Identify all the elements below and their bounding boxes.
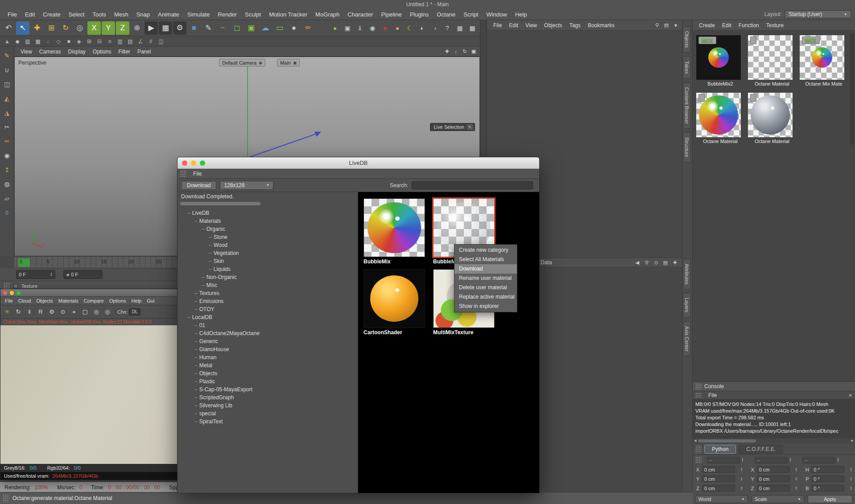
scale-field[interactable]: 0 cm (757, 475, 790, 482)
isoline-icon[interactable]: ▤ (126, 37, 135, 46)
tree-item[interactable]: Wood (178, 241, 358, 249)
tree-item[interactable]: Silverwing Lib (178, 402, 358, 410)
minimize-window-icon[interactable] (191, 160, 196, 166)
range-start-field[interactable]: ◀ 0 F (63, 270, 103, 279)
menu-item[interactable]: View (522, 22, 541, 29)
stepper[interactable]: ▲▼ (740, 486, 743, 491)
scale-mode-select[interactable]: Scale ▼ (752, 495, 804, 503)
vertex-snap-icon[interactable]: ⊟ (95, 37, 104, 46)
render-view-icon[interactable]: ▶ (145, 21, 158, 35)
pick-focus-icon[interactable]: ◎ (103, 307, 112, 317)
lock-icon[interactable]: ⊙ (653, 259, 660, 266)
material-tile[interactable]: Octane Material (748, 35, 796, 86)
octane-window-titlebar[interactable] (0, 289, 180, 296)
menu-item[interactable]: Snap (132, 11, 154, 18)
menu-item[interactable]: Create (695, 22, 719, 29)
viewport-rotate-icon[interactable]: ↻ (461, 48, 468, 55)
tree-item[interactable]: special (178, 410, 358, 418)
scale-field[interactable]: 0 cm (757, 485, 790, 492)
drag-grip[interactable] (4, 283, 10, 289)
scroll-left-icon[interactable]: ◀ (694, 439, 696, 443)
drag-grip[interactable] (695, 383, 702, 389)
z-axis-toggle[interactable]: Z (116, 21, 129, 35)
tree-item[interactable]: Materials (178, 217, 358, 225)
material-thumbnail[interactable]: MIX (800, 35, 844, 80)
night-mode-icon[interactable]: ☾ (404, 22, 416, 34)
menu-item[interactable]: Options (107, 298, 129, 303)
tree-item[interactable]: Generic (178, 337, 358, 345)
tree-item[interactable]: SpiralText (178, 418, 358, 426)
tree-item[interactable]: LocalDB (178, 313, 358, 321)
material-tile[interactable]: MIX Octane Mix Mate (800, 35, 848, 86)
sphere-dark-icon[interactable]: ◑ (429, 22, 441, 34)
scroll-right-icon[interactable]: ▶ (851, 439, 854, 443)
console-tab[interactable]: Python (704, 445, 736, 454)
menu-item[interactable]: Function (735, 22, 763, 29)
magnet-tool-icon[interactable]: ∪ (2, 65, 12, 75)
tree-scrollbar[interactable] (178, 201, 358, 206)
axis-lock-icon[interactable]: ≡ (105, 37, 114, 46)
x-ray-icon[interactable]: ▥ (116, 37, 124, 46)
octane-render-icon[interactable]: ■ (379, 22, 391, 34)
panel-tab[interactable]: Structure (683, 132, 691, 162)
menu-item[interactable]: Motion Tracker (265, 11, 311, 18)
tree-item[interactable]: OTOY (178, 305, 358, 313)
layout-select[interactable]: Startup (User) ▼ (785, 10, 851, 18)
viewport-dolly-icon[interactable]: ↕ (452, 48, 459, 55)
tree-item[interactable]: Non-Organic (178, 273, 358, 281)
stepper[interactable]: ▲▼ (795, 477, 797, 481)
render-settings-icon[interactable]: ⚙ (47, 307, 57, 317)
viewport-pan-icon[interactable]: ✚ (443, 48, 450, 55)
menu-item[interactable]: Simulate (183, 11, 214, 18)
stepper[interactable]: ▲▼ (850, 467, 852, 472)
livedb-file-menu[interactable]: File (189, 171, 206, 177)
brush-tool-icon[interactable]: ✏ (2, 136, 12, 147)
clay-mode-icon[interactable]: ▢ (80, 307, 90, 317)
menu-item[interactable]: Create (39, 11, 64, 18)
stepper[interactable]: ▲▼ (850, 477, 852, 481)
material-thumbnail[interactable] (748, 93, 793, 137)
search-icon[interactable]: ⚲ (643, 259, 650, 266)
filter-icon[interactable]: ▼ (672, 22, 679, 29)
menu-item[interactable]: Edit (21, 11, 39, 18)
console-scrollbar[interactable]: ◀ ▶ (693, 438, 855, 443)
model-mode-icon[interactable]: ◆ (13, 37, 22, 46)
texture-checkbox[interactable] (13, 284, 18, 288)
material-thumbnail[interactable] (748, 35, 793, 80)
texture-mode-icon[interactable]: ▨ (23, 37, 32, 46)
stamp-tool-icon[interactable]: ◉ (2, 150, 12, 161)
position-field[interactable]: 0 cm (702, 475, 735, 482)
tree-item[interactable]: Human (178, 353, 358, 361)
zoom-window-icon[interactable] (17, 291, 21, 295)
viewport-menu-item[interactable]: Display (64, 49, 89, 55)
edges-mode-icon[interactable]: ◇ (54, 37, 63, 46)
context-menu-item[interactable]: Rename user material (454, 274, 517, 283)
paint-brush-icon[interactable]: ✏ (302, 21, 315, 35)
stepper[interactable]: ▲▼ (740, 477, 743, 481)
live-selection-badge[interactable]: Live Selection ↖ (430, 123, 475, 131)
menu-item[interactable]: Window (482, 11, 511, 18)
tree-item[interactable]: Plastic (178, 377, 358, 385)
menu-item[interactable]: Objects (33, 298, 55, 303)
menu-item[interactable]: Select (64, 11, 88, 18)
octane-render-view[interactable] (0, 325, 180, 464)
rotation-field[interactable]: 0 ° (811, 466, 844, 473)
menu-item[interactable]: Plugins (406, 11, 433, 18)
menu-item[interactable]: Tools (89, 11, 110, 18)
scale-field[interactable]: 0 cm (757, 466, 790, 473)
menu-item[interactable]: Gui (144, 298, 157, 303)
symmetry-icon[interactable]: ◫ (157, 37, 165, 46)
material-thumbnail[interactable] (363, 198, 425, 257)
y-axis-toggle[interactable]: Y (102, 21, 115, 35)
context-menu-item[interactable]: Show in explorer (454, 302, 517, 311)
menu-item[interactable]: Compare (81, 298, 106, 303)
tree-item[interactable]: S-Cap-05-MayaExport (178, 385, 358, 393)
tree-item[interactable]: LiveDB (178, 209, 358, 217)
material-thumbnail[interactable]: MIX (696, 35, 741, 80)
octane-logo-icon[interactable]: ✳ (2, 307, 12, 317)
octane-live-viewer-icon[interactable]: ▣ (342, 22, 353, 34)
material-thumbnail[interactable] (696, 93, 741, 137)
tree-item[interactable]: 01 (178, 321, 358, 329)
material-tile[interactable]: Octane Material (748, 93, 796, 144)
menu-item[interactable]: Pipeline (377, 11, 405, 18)
